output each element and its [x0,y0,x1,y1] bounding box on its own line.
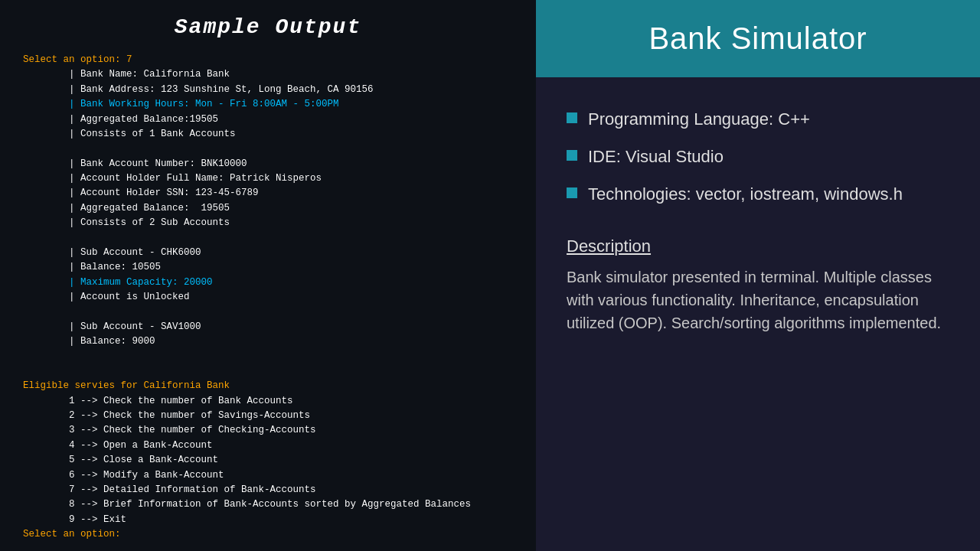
bullet-item: Technologies: vector, iostream, windows.… [567,183,949,207]
bullet-text: Programming Language: C++ [588,108,810,132]
bullet-text: IDE: Visual Studio [588,145,724,169]
bullet-square [567,112,577,123]
description-title: Description [567,236,949,256]
right-content: Programming Language: C++IDE: Visual Stu… [536,100,980,236]
description-text: Bank simulator presented in terminal. Mu… [567,266,949,334]
terminal-output: Select an option: 7 | Bank Name: Califor… [23,53,513,542]
bullet-square [567,150,577,161]
bullet-item: IDE: Visual Studio [567,145,949,169]
bank-simulator-header: Bank Simulator [536,0,980,77]
bullet-text: Technologies: vector, iostream, windows.… [588,183,903,207]
bullet-list: Programming Language: C++IDE: Visual Stu… [567,108,949,206]
bullet-square [567,187,577,198]
left-panel: Sample Output Select an option: 7 | Bank… [0,0,536,551]
bank-simulator-title: Bank Simulator [559,21,957,56]
sample-output-title: Sample Output [23,15,513,39]
bullet-item: Programming Language: C++ [567,108,949,132]
description-section: Description Bank simulator presented in … [536,236,980,334]
right-panel: Bank Simulator Programming Language: C++… [536,0,980,551]
